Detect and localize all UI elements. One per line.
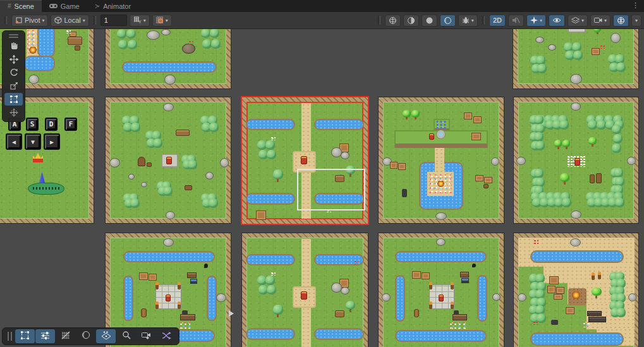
move-icon [9,55,18,64]
camera-settings-button[interactable] [590,15,611,27]
tree-icon [153,138,162,148]
water-sprite [246,193,295,205]
tab-animator[interactable]: ≻ Animator [87,0,138,12]
stump-sprite [147,162,152,167]
move-tool-button[interactable] [4,53,23,66]
tab-game[interactable]: Game [42,0,87,12]
tree-icon [597,120,606,130]
magnifier-button[interactable] [116,329,136,343]
crate-sprite [464,113,472,119]
torch-sprite [592,272,595,280]
tilemap-diamond-icon [101,331,111,342]
audio-toggle-button[interactable] [508,15,524,27]
torch-sprite [155,301,159,309]
crate-sprite [139,272,148,280]
key-sprite[interactable]: D [45,118,58,131]
trees-sprite [586,192,623,207]
tab-scene[interactable]: # Scene [0,0,42,12]
rock-sprite [216,293,226,302]
animator-icon: ≻ [95,3,100,9]
effects-star-icon [530,16,538,24]
torch-sprite [178,282,181,289]
rflowers-sprite [600,45,605,49]
chevron-down-icon [604,18,607,23]
layers-button[interactable] [568,15,588,27]
crescent-mode-button[interactable] [440,15,456,27]
gizmo-dropdown[interactable] [631,15,641,27]
tree-icon [209,198,218,208]
gamepad-icon [49,4,58,8]
toolbar-right-cluster: 2D [376,15,641,27]
tree-icon [559,120,569,130]
tab-game-label: Game [61,3,80,10]
drag-handle[interactable] [4,33,23,39]
grid-size-input[interactable] [100,15,127,26]
scene-grid-icon: # [8,3,11,9]
flowers-sprite [66,30,71,33]
btree-sprite [562,140,570,149]
halfshaded-mode-button[interactable] [403,15,419,27]
sliders-button[interactable] [35,329,55,343]
tree-icon [614,168,623,178]
rock-sprite [535,37,544,43]
tree-icon [267,285,276,295]
2d-toggle-button[interactable]: 2D [489,15,506,27]
rect-select-button[interactable] [15,329,35,343]
camera-record-button[interactable] [137,329,156,343]
grid-snap-button[interactable] [152,15,172,27]
grid-axis-button[interactable]: Y [130,15,150,27]
chest-sprite [574,158,580,166]
rock-sprite [220,158,229,167]
scale-tool-button[interactable] [4,80,23,92]
shuffle-button[interactable] [157,329,176,343]
hand-tool-button[interactable] [4,40,23,52]
hand-icon [9,42,18,51]
akey-sprite[interactable]: ▼ [25,133,41,150]
bluetable-sprite [190,279,197,284]
debug-draw-button[interactable] [458,15,478,27]
effects-button[interactable] [526,15,546,27]
crescent-sphere-icon [444,16,452,25]
tab-animator-label: Animator [103,3,131,10]
tilemap-focus-button[interactable] [96,329,116,343]
visibility-button[interactable] [549,15,565,27]
local-cube-icon [54,16,62,24]
water-sprite [123,251,215,262]
trees-sprite [123,193,138,208]
stump-sprite [590,174,595,183]
key-sprite[interactable]: S [26,118,39,131]
tree-icon [537,64,547,73]
transform-tool-button[interactable] [4,106,23,119]
chevron-down-icon [471,18,474,23]
local-dropdown[interactable]: Local [51,15,88,27]
drag-handle[interactable] [4,16,7,25]
tree-icon [118,40,128,49]
gizmo-toggle-button[interactable] [613,15,629,27]
akey-sprite[interactable]: ◀ [6,133,22,150]
tree-icon [209,123,219,132]
drag-handle[interactable] [8,332,12,341]
key-sprite[interactable]: F [64,118,77,131]
bench-sprite [453,314,467,320]
crate-sprite [484,177,492,183]
tree-sprite [273,305,283,317]
rflowers-sprite [533,240,538,244]
shaded-mode-button[interactable] [385,15,401,27]
rock-sprite [147,30,160,40]
chest-sprite [166,295,171,301]
pivot-label: Pivot [25,16,40,24]
rect-tool-button[interactable] [4,93,23,106]
kebab-menu-icon[interactable] [627,0,644,12]
water-sprite [530,250,624,263]
btree-sprite [554,140,562,149]
akey-sprite[interactable]: ▶ [44,133,60,150]
rockdark-sprite [182,44,195,54]
moon-button[interactable] [76,329,95,343]
rotate-tool-button[interactable] [4,66,23,79]
stump-sprite [185,185,192,190]
grid-off-button[interactable] [56,329,75,343]
halfshaded-sphere-icon [407,16,415,25]
solid-mode-button[interactable] [422,15,437,27]
pivot-dropdown[interactable]: Pivot [11,15,48,27]
trees-sprite [201,193,217,208]
